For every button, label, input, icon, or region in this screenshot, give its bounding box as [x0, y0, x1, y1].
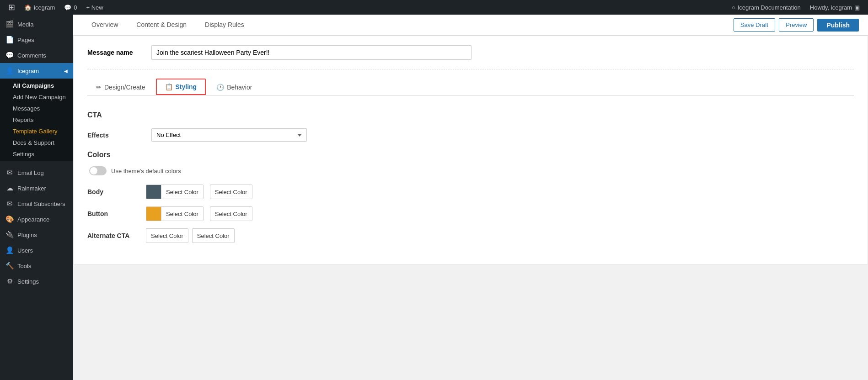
- sidebar-item-settings[interactable]: ⚙ Settings: [0, 274, 73, 289]
- tab-content-design[interactable]: Content & Design: [127, 15, 196, 35]
- new-item[interactable]: + New: [81, 0, 107, 15]
- users-icon: 👤: [5, 246, 14, 254]
- preview-button[interactable]: Preview: [779, 18, 814, 32]
- tab-overview[interactable]: Overview: [82, 15, 127, 35]
- alternate-cta-color-row: Alternate CTA Select Color Select Color: [87, 228, 854, 243]
- button-color-row: Button Select Color Select Color: [87, 206, 854, 221]
- sidebar-item-pages[interactable]: 📄 Pages: [0, 32, 73, 48]
- media-icon: 🎬: [5, 20, 14, 28]
- theme-colors-toggle-row: Use theme's default colors: [89, 166, 854, 175]
- colors-title: Colors: [87, 151, 854, 159]
- appearance-icon: 🎨: [5, 215, 14, 223]
- pages-icon: 📄: [5, 36, 14, 44]
- user-avatar-icon: ▣: [854, 4, 860, 11]
- toolbar-tabs: Overview Content & Design Display Rules: [82, 15, 253, 35]
- cta-section: CTA Effects No Effect Fade In Slide In B…: [87, 106, 854, 255]
- behavior-icon: 🕐: [216, 84, 224, 91]
- icegram-icon: 👤: [5, 67, 14, 75]
- sidebar-item-email-log[interactable]: ✉ Email Log: [0, 165, 73, 180]
- save-draft-button[interactable]: Save Draft: [734, 18, 775, 32]
- sidebar-label-users: Users: [17, 247, 33, 254]
- tab-styling[interactable]: 📋 Styling: [156, 79, 206, 95]
- sidebar-label-comments: Comments: [17, 52, 46, 59]
- body-color1-button[interactable]: Select Color: [146, 185, 204, 199]
- rainmaker-icon: ☁: [5, 184, 14, 192]
- site-name-label: icegram: [34, 4, 55, 11]
- alternate-cta-color1-button[interactable]: Select Color: [146, 228, 188, 243]
- comments-icon: 💬: [64, 4, 71, 11]
- howdy-item[interactable]: Howdy, icegram ▣: [805, 0, 864, 15]
- tab-display-rules[interactable]: Display Rules: [196, 15, 253, 35]
- site-name-item[interactable]: 🏠 icegram: [20, 0, 59, 15]
- settings-icon: ⚙: [5, 277, 14, 285]
- message-name-label: Message name: [87, 49, 142, 56]
- email-subscribers-icon: ✉: [5, 200, 14, 208]
- sidebar-item-appearance[interactable]: 🎨 Appearance: [0, 211, 73, 227]
- cta-section-title: CTA: [87, 111, 854, 119]
- body-color2-label: Select Color: [215, 189, 247, 195]
- sidebar-sub-settings[interactable]: Settings: [0, 148, 73, 161]
- theme-colors-toggle[interactable]: [89, 166, 107, 175]
- message-name-row: Message name: [87, 45, 854, 69]
- sidebar-item-tools[interactable]: 🔨 Tools: [0, 258, 73, 274]
- sidebar-item-icegram[interactable]: 👤 Icegram ◀: [0, 63, 73, 79]
- sidebar-sub-add-new-campaign[interactable]: Add New Campaign: [0, 91, 73, 103]
- sidebar-label-settings: Settings: [17, 278, 39, 285]
- wp-logo-icon: ⊞: [8, 2, 15, 12]
- editor-tabs: ✏ Design/Create 📋 Styling 🕐 Behavior: [87, 79, 854, 95]
- comments-item[interactable]: 💬 0: [59, 0, 81, 15]
- body-label: Body: [87, 188, 142, 195]
- sidebar-item-comments[interactable]: 💬 Comments: [0, 48, 73, 63]
- body-color1-swatch: [146, 185, 161, 199]
- alternate-cta-color1-label: Select Color: [151, 232, 183, 239]
- admin-bar: ⊞ 🏠 icegram 💬 0 + New ○ Icegram Document…: [0, 0, 868, 15]
- button-color2-label: Select Color: [215, 211, 247, 217]
- body-color2-button[interactable]: Select Color: [210, 185, 252, 199]
- sidebar-item-users[interactable]: 👤 Users: [0, 243, 73, 258]
- main-content: Overview Content & Design Display Rules …: [73, 15, 868, 380]
- button-color1-label: Select Color: [161, 207, 203, 221]
- theme-colors-label: Use theme's default colors: [111, 168, 181, 174]
- sidebar-sub-messages[interactable]: Messages: [0, 103, 73, 114]
- design-create-icon: ✏: [96, 84, 102, 91]
- sidebar-label-rainmaker: Rainmaker: [17, 185, 46, 192]
- sidebar-sub-reports[interactable]: Reports: [0, 114, 73, 126]
- effects-row: Effects No Effect Fade In Slide In Bounc…: [87, 128, 854, 142]
- icegram-doc-item[interactable]: ○ Icegram Documentation: [727, 0, 805, 15]
- sidebar-sub-docs-support[interactable]: Docs & Support: [0, 137, 73, 148]
- sidebar-label-media: Media: [17, 21, 33, 28]
- sidebar-sub-template-gallery[interactable]: Template Gallery: [0, 126, 73, 137]
- publish-button[interactable]: Publish: [817, 19, 859, 32]
- alternate-cta-label: Alternate CTA: [87, 232, 142, 239]
- tab-design-create[interactable]: ✏ Design/Create: [87, 79, 154, 95]
- button-color2-button[interactable]: Select Color: [210, 206, 252, 221]
- button-color1-button[interactable]: Select Color: [146, 206, 204, 221]
- alternate-cta-color2-button[interactable]: Select Color: [192, 228, 235, 243]
- comments-sidebar-icon: 💬: [5, 51, 14, 59]
- howdy-label: Howdy, icegram: [810, 4, 852, 11]
- wp-logo-item[interactable]: ⊞: [4, 0, 20, 15]
- sidebar-item-media[interactable]: 🎬 Media: [0, 16, 73, 32]
- sidebar-label-email-subscribers: Email Subscribers: [17, 201, 65, 207]
- sidebar-sub-all-campaigns[interactable]: All Campaigns: [0, 79, 73, 91]
- sidebar-item-rainmaker[interactable]: ☁ Rainmaker: [0, 180, 73, 196]
- sidebar-item-plugins[interactable]: 🔌 Plugins: [0, 227, 73, 243]
- sidebar-label-tools: Tools: [17, 263, 31, 269]
- effects-select[interactable]: No Effect Fade In Slide In Bounce: [151, 128, 307, 142]
- sidebar-label-pages: Pages: [17, 37, 34, 43]
- styling-icon: 📋: [165, 83, 173, 90]
- body-color-row: Body Select Color Select Color: [87, 185, 854, 199]
- message-name-input[interactable]: [151, 45, 472, 60]
- tab-behavior[interactable]: 🕐 Behavior: [208, 79, 261, 95]
- body-color1-label: Select Color: [161, 185, 203, 199]
- new-label: + New: [86, 4, 103, 11]
- home-icon: 🏠: [24, 4, 32, 11]
- sidebar-item-email-subscribers[interactable]: ✉ Email Subscribers: [0, 196, 73, 211]
- effects-control: No Effect Fade In Slide In Bounce: [151, 128, 334, 142]
- sidebar-label-plugins: Plugins: [17, 232, 37, 238]
- button-color1-swatch: [146, 206, 161, 221]
- toolbar-actions: Save Draft Preview Publish: [734, 18, 859, 32]
- sidebar-label-email-log: Email Log: [17, 169, 44, 176]
- sidebar-label-icegram: Icegram: [17, 68, 39, 74]
- icegram-arrow-icon: ◀: [64, 69, 68, 74]
